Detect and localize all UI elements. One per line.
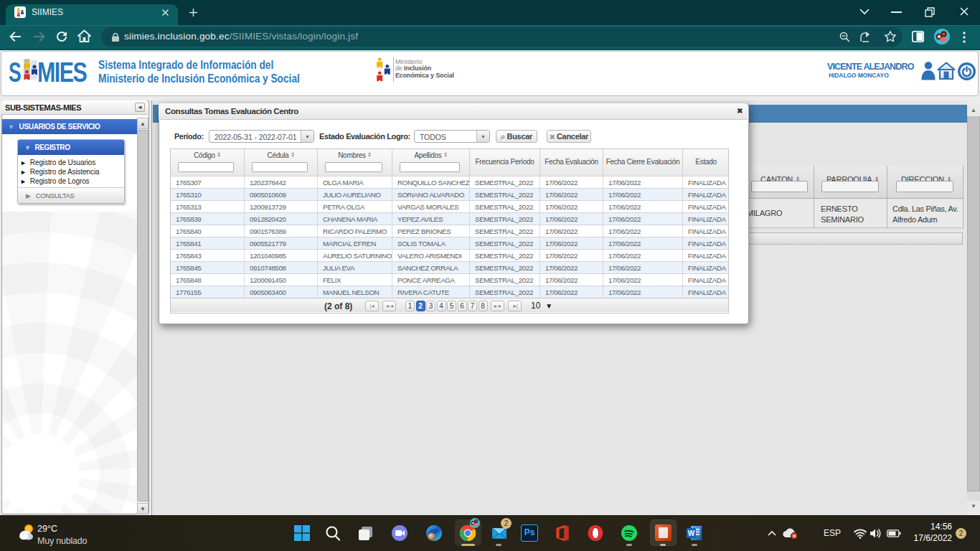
svg-text:W: W <box>688 529 695 537</box>
